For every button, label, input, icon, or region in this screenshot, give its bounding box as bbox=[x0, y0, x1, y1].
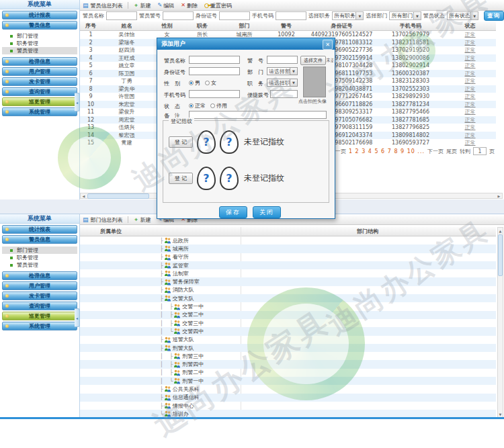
speeddial-field[interactable] bbox=[270, 90, 298, 98]
register-button[interactable]: 登 记 bbox=[169, 173, 193, 184]
officer-name-field[interactable] bbox=[189, 56, 240, 64]
filter-name-input[interactable] bbox=[106, 11, 137, 20]
dept-select[interactable]: 请选择部门 ▼ bbox=[267, 67, 298, 75]
tree-row[interactable]: ├刑警大队 bbox=[80, 344, 496, 352]
dialog-titlebar[interactable]: 添加用户 ✕ bbox=[157, 38, 335, 50]
pagination-pages[interactable]: 1 2 3 4 5 6 7 8 9 10 ... bbox=[349, 148, 425, 154]
tree-row[interactable]: │ ├交警二中 bbox=[80, 311, 496, 319]
choose-file-button[interactable]: 选择文件 bbox=[300, 56, 326, 65]
sidebar-item-0[interactable]: 统计报表 bbox=[2, 11, 77, 19]
gender-male-radio[interactable]: 男 bbox=[189, 79, 200, 87]
scrollbar-thumb[interactable] bbox=[87, 193, 149, 199]
status-link[interactable]: 正常 bbox=[444, 54, 496, 62]
status-link[interactable]: 正常 bbox=[444, 139, 496, 147]
status-link[interactable]: 正常 bbox=[444, 93, 496, 101]
tree-row[interactable]: ├巡警大队 bbox=[80, 336, 496, 344]
submenu-item[interactable]: 职务管理 bbox=[2, 254, 77, 261]
scroll-right-icon[interactable]: ▶ bbox=[496, 193, 502, 198]
tree-row[interactable]: │ └刑警一中 bbox=[80, 377, 496, 385]
status-link[interactable]: 正常 bbox=[444, 116, 496, 124]
status-link[interactable]: 正常 bbox=[444, 85, 496, 93]
submenu-item[interactable]: 警员管理 bbox=[2, 47, 77, 54]
tree-row[interactable]: ├信息通信科 bbox=[80, 394, 496, 402]
status-link[interactable]: 正常 bbox=[444, 62, 496, 70]
submenu-item[interactable]: 职务管理 bbox=[2, 40, 77, 47]
filter-badge-input[interactable] bbox=[163, 11, 194, 20]
sidebar-item-6[interactable]: 巡更管理 bbox=[2, 312, 77, 320]
filter-id-input[interactable] bbox=[219, 11, 250, 20]
tree-row[interactable]: │ ├交警一中 bbox=[80, 302, 496, 310]
status-link[interactable]: 正常 bbox=[444, 101, 496, 109]
cancel-button[interactable]: 关闭 bbox=[253, 206, 281, 218]
remark-field[interactable] bbox=[189, 111, 327, 119]
close-icon[interactable]: ✕ bbox=[323, 40, 333, 50]
pagination-next[interactable]: 下一页 bbox=[427, 148, 444, 155]
status-link[interactable]: 正常 bbox=[444, 31, 496, 39]
save-button[interactable]: 保存 bbox=[219, 206, 247, 218]
sidebar-item-1[interactable]: 警员信息 bbox=[2, 235, 77, 244]
status-link[interactable]: 正常 bbox=[444, 70, 496, 78]
tree-row[interactable]: ├看守所 bbox=[80, 253, 496, 261]
status-link[interactable]: 正常 bbox=[444, 132, 496, 140]
status-link[interactable]: 正常 bbox=[444, 108, 496, 116]
pagination-goto-input[interactable]: 1 bbox=[473, 147, 487, 155]
sidebar-item-2[interactable]: 枪弹信息 bbox=[2, 57, 77, 66]
sidebar-item-5[interactable]: 查询管理 bbox=[2, 302, 77, 310]
status-link[interactable]: 正常 bbox=[444, 77, 496, 85]
sidebar-item-0[interactable]: 统计报表 bbox=[2, 225, 77, 234]
scrollbar-thumb[interactable] bbox=[498, 234, 503, 276]
tree-row[interactable]: ├城南所 bbox=[80, 244, 496, 253]
tree-row[interactable]: ├消防大队 bbox=[80, 286, 496, 294]
tree-row[interactable]: ├交警大队 bbox=[80, 294, 496, 302]
edit-button[interactable]: ✎编辑 bbox=[155, 1, 178, 9]
sidebar-item-5[interactable]: 查询管理 bbox=[2, 87, 77, 96]
sidebar-item-3[interactable]: 用户管理 bbox=[2, 281, 77, 290]
status-link[interactable]: 正常 bbox=[444, 124, 496, 132]
submenu-item[interactable]: 部门管理 bbox=[2, 247, 77, 254]
status-link[interactable]: 正常 bbox=[444, 39, 496, 47]
reset-password-button[interactable]: 重置密码 bbox=[201, 1, 235, 9]
sidebar-collapse-handle[interactable]: ◂ bbox=[75, 308, 80, 327]
id-card-field[interactable] bbox=[189, 67, 240, 75]
new-button[interactable]: ＋新建 bbox=[130, 216, 155, 224]
submenu-item[interactable]: 警员管理 bbox=[2, 261, 77, 269]
sidebar-collapse-handle[interactable]: ◂ bbox=[75, 93, 80, 111]
sidebar-item-4[interactable]: 发卡管理 bbox=[2, 292, 77, 300]
tree-row[interactable]: │ ├刑警二中 bbox=[80, 369, 496, 377]
photo-placeholder[interactable] bbox=[303, 66, 326, 97]
filter-position-select[interactable]: 所有职务 ▼ bbox=[332, 11, 364, 20]
sidebar-item-3[interactable]: 用户管理 bbox=[2, 67, 77, 76]
tree-row[interactable]: ├监管室 bbox=[80, 261, 496, 269]
state-normal-radio[interactable]: 正常 bbox=[189, 102, 206, 109]
state-disabled-radio[interactable]: 停用 bbox=[210, 102, 227, 109]
sidebar-item-6[interactable]: 巡更管理 bbox=[2, 97, 77, 106]
filter-dept-select[interactable]: 所有部门 ▼ bbox=[389, 11, 421, 20]
new-button[interactable]: ＋新建 bbox=[130, 1, 155, 9]
delete-button[interactable]: ✕删除 bbox=[177, 1, 201, 9]
position-select[interactable]: 请选择职务 ▼ bbox=[267, 79, 298, 87]
tree-row[interactable]: ├法制室 bbox=[80, 269, 496, 277]
pagination-last[interactable]: 尾页 bbox=[446, 148, 457, 155]
sidebar-item-7[interactable]: 系统管理 bbox=[2, 107, 77, 116]
sidebar-item-7[interactable]: 系统管理 bbox=[2, 322, 77, 330]
tree-row[interactable]: ├警务保障室 bbox=[80, 277, 496, 285]
submenu-item[interactable]: 部门管理 bbox=[2, 32, 77, 40]
phone-field[interactable] bbox=[189, 90, 240, 98]
tree-row[interactable]: ├公共关系科 bbox=[80, 385, 496, 393]
tree-row[interactable]: ├情报中心 bbox=[80, 402, 496, 410]
filter-status-select[interactable]: 所有状态 ▼ bbox=[447, 11, 478, 20]
vertical-scrollbar[interactable]: ▲ ▼ bbox=[497, 227, 503, 418]
tree-row[interactable]: │ ├刑警四中 bbox=[80, 360, 496, 368]
status-link[interactable]: 正常 bbox=[444, 46, 496, 54]
search-button[interactable]: 查询 bbox=[484, 11, 504, 21]
sidebar-item-2[interactable]: 枪弹信息 bbox=[2, 271, 77, 280]
tree-row[interactable]: ├总政所 bbox=[80, 236, 496, 244]
scroll-down-icon[interactable]: ▼ bbox=[499, 411, 502, 417]
sidebar-item-4[interactable]: 发卡管理 bbox=[2, 77, 77, 86]
scroll-left-icon[interactable]: ◀ bbox=[81, 193, 87, 198]
tree-row[interactable]: │ ├交警三中 bbox=[80, 319, 496, 327]
scroll-up-icon[interactable]: ▲ bbox=[499, 228, 502, 234]
sidebar-item-1[interactable]: 警员信息 bbox=[2, 21, 77, 30]
badge-field[interactable] bbox=[267, 56, 298, 64]
tree-row[interactable]: │ └交警四中 bbox=[80, 327, 496, 335]
